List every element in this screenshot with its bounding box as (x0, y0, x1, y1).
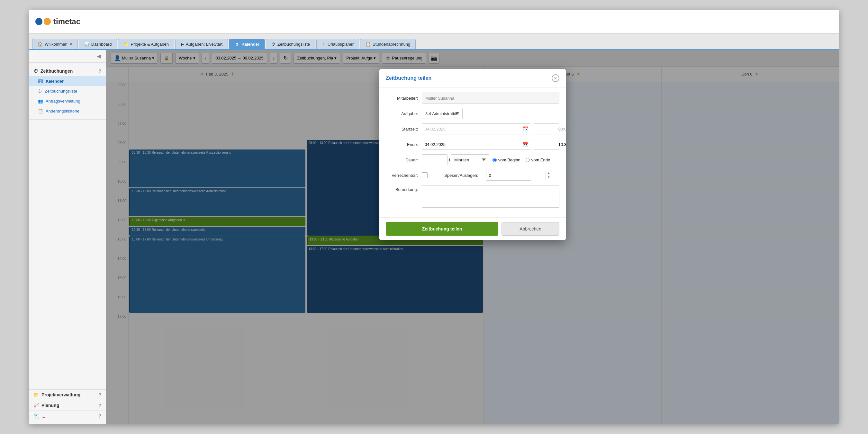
tab-urlaubsplaner-label: Urlaubsplaner (328, 42, 353, 46)
radio-vom-ende[interactable]: vom Ende (526, 157, 550, 162)
app-window: timetac 🏠 Willkommen ✕ 📊 Dashboard 📁 Pro… (29, 10, 839, 424)
sidebar-item-more[interactable]: 📉 ... ? (29, 410, 106, 421)
sidebar-item-antragsverwaltung[interactable]: 👥 Antragsverwaltung (29, 96, 106, 106)
dauer-row: Dauer: ▲ ▼ Minuten (386, 154, 559, 165)
sidebar: ◀ ⏱ Zeitbuchungen ? 3 Kalender ⏱ Zeitbuc… (29, 50, 106, 424)
tab-zeitbuchungsliste[interactable]: ⏱ Zeitbuchungsliste (266, 39, 315, 49)
tab-kalender-label: Kalender (242, 42, 259, 46)
sidebar-item-label-zeitbuchungsliste: Zeitbuchungsliste (45, 89, 77, 94)
radio-vom-ende-label: vom Ende (531, 157, 550, 162)
zeitbuchung-teilen-modal: Zeitbuchung teilen ✕ Mitarbeiter: Aufgab… (379, 69, 566, 240)
tab-dashboard-label: Dashboard (91, 42, 112, 46)
confirm-button[interactable]: Zeitbuchung teilen (386, 222, 498, 236)
mitarbeiter-row: Mitarbeiter: (386, 93, 559, 103)
sidebar-label-more: ... (41, 413, 45, 418)
tab-projekte-label: Projekte & Aufgaben (130, 42, 169, 46)
zeitbuchungsliste-icon: ⏱ (38, 89, 42, 94)
tab-stundenabrechnung-label: Stundenabrechnung (373, 42, 410, 46)
radio-vom-beginn-input[interactable] (493, 158, 497, 162)
planung-icon: 📈 (33, 403, 39, 408)
ende-date-wrap: 📅 (422, 139, 531, 150)
ende-label: Ende: (386, 142, 418, 147)
dauer-label: Dauer: (386, 157, 418, 162)
tab-zeitbuchungsliste-icon: ⏱ (271, 42, 276, 46)
sidebar-item-kalender[interactable]: 3 Kalender (29, 76, 106, 86)
tab-zeitbuchungsliste-label: Zeitbuchungsliste (277, 42, 310, 46)
spesen-input[interactable] (487, 171, 546, 180)
sidebar-item-zeitbuchungsliste[interactable]: ⏱ Zeitbuchungsliste (29, 86, 106, 96)
sidebar-section-label-zeitbuchungen: Zeitbuchungen (40, 68, 73, 73)
ende-date-input[interactable] (422, 140, 520, 149)
logo-dot-orange (44, 18, 51, 25)
sidebar-collapse-button[interactable]: ◀ (95, 53, 102, 60)
planung-help-icon[interactable]: ? (98, 403, 101, 408)
tab-dashboard[interactable]: 📊 Dashboard (79, 39, 117, 49)
radio-vom-beginn[interactable]: vom Beginn (493, 157, 521, 162)
tab-willkommen-icon: 🏠 (38, 42, 43, 46)
sidebar-label-planung: Planung (41, 403, 59, 408)
sidebar-item-planung[interactable]: 📈 Planung ? (29, 400, 106, 410)
startzeit-date-input (422, 124, 520, 134)
tab-aufgaben-label: Aufgaben: LiveStart (186, 42, 222, 46)
sidebar-item-aenderungshistorie[interactable]: 📋 Änderungshistorie (29, 106, 106, 116)
radio-vom-ende-input[interactable] (526, 158, 530, 162)
tab-kalender[interactable]: 3 Kalender (229, 39, 265, 49)
tab-urlaubsplaner[interactable]: ☀ Urlaubsplaner (316, 39, 359, 49)
dauer-unit-select[interactable]: Minuten (451, 154, 489, 165)
kalender-badge-icon: 3 (38, 80, 43, 83)
tab-bar: 🏠 Willkommen ✕ 📊 Dashboard 📁 Projekte & … (29, 34, 839, 50)
ende-calendar-icon[interactable]: 📅 (520, 142, 531, 147)
mitarbeiter-input (422, 93, 559, 103)
tab-willkommen-close[interactable]: ✕ (69, 42, 72, 46)
spesen-spin-down[interactable]: ▼ (546, 175, 552, 180)
modal-body: Mitarbeiter: Aufgabe: 3.4 Administration (379, 88, 566, 217)
tab-willkommen[interactable]: 🏠 Willkommen ✕ (32, 39, 78, 49)
sidebar-label-projektverwaltung: Projektverwaltung (41, 392, 81, 397)
bemerkung-row: Bemerkung: (386, 185, 559, 208)
logo-area: timetac (35, 17, 113, 26)
tab-stundenabrechnung[interactable]: 📋 Stundenabrechnung (360, 39, 416, 49)
startzeit-datetime: 📅 (422, 123, 559, 134)
logo-dot-blue (35, 18, 42, 25)
sidebar-section-header-zeitbuchungen[interactable]: ⏱ Zeitbuchungen ? (29, 66, 106, 76)
sidebar-item-label-kalender: Kalender (45, 79, 64, 84)
logo-dots (35, 18, 51, 25)
tab-urlaubsplaner-icon: ☀ (322, 42, 326, 46)
startzeit-calendar-icon[interactable]: 📅 (520, 126, 531, 131)
aufgabe-row: Aufgabe: 3.4 Administration (386, 108, 559, 119)
aufgabe-select[interactable]: 3.4 Administration (422, 108, 463, 119)
bemerkung-label: Bemerkung: (386, 185, 418, 192)
verrechenbar-label: Verrechenbar: (386, 173, 418, 178)
projektverwaltung-help-icon[interactable]: ? (98, 392, 101, 397)
tab-aufgaben[interactable]: ▶ Aufgaben: LiveStart (175, 39, 228, 49)
zeitbuchungen-icon: ⏱ (33, 68, 38, 73)
calendar-area: 👤 Müller Susanna ▾ 🔒 Woche ▾ ‹ 03.02.202… (106, 50, 839, 424)
aufgabe-label: Aufgabe: (386, 111, 418, 116)
startzeit-label: Startzeit: (386, 127, 418, 131)
startzeit-time-wrap (534, 123, 559, 134)
more-help-icon[interactable]: ? (98, 413, 101, 418)
tab-dashboard-icon: 📊 (84, 42, 89, 46)
startzeit-time-input (534, 124, 566, 134)
spesen-input-wrap: ▲ ▼ (486, 170, 531, 181)
antragsverwaltung-icon: 👥 (38, 99, 43, 103)
cancel-button[interactable]: Abbrechen (501, 222, 559, 236)
dauer-radio-group: vom Beginn vom Ende (493, 157, 550, 162)
zeitbuchungen-help-icon[interactable]: ? (98, 68, 101, 73)
more-icon: 📉 (33, 413, 39, 418)
bemerkung-input[interactable] (422, 185, 559, 208)
ende-row: Ende: 📅 (386, 139, 559, 150)
modal-close-button[interactable]: ✕ (552, 74, 559, 82)
sidebar-bottom: 📁 Projektverwaltung ? 📈 Planung ? 📉 . (29, 386, 106, 424)
tab-kalender-icon: 3 (235, 42, 240, 46)
main-content: ◀ ⏱ Zeitbuchungen ? 3 Kalender ⏱ Zeitbuc… (29, 50, 839, 424)
startzeit-date-wrap: 📅 (422, 123, 531, 134)
tab-projekte[interactable]: 📁 Projekte & Aufgaben (118, 39, 174, 49)
dauer-inputs: ▲ ▼ Minuten vom (422, 154, 559, 165)
logo-text: timetac (53, 17, 81, 26)
ende-time-input[interactable] (534, 140, 566, 149)
spesen-spin-up[interactable]: ▲ (546, 171, 552, 176)
verrechenbar-row: Verrechenbar: Spesen/Auslagen: ▲ ▼ (386, 170, 559, 181)
verrechenbar-checkbox[interactable] (422, 172, 428, 178)
sidebar-item-projektverwaltung[interactable]: 📁 Projektverwaltung ? (29, 389, 106, 400)
